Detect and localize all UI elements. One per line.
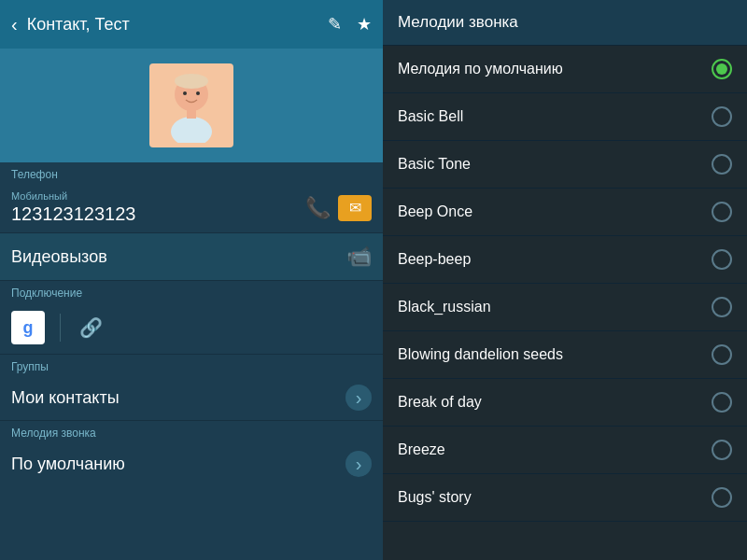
ringtone-item-name: Blowing dandelion seeds [398,346,563,363]
contact-detail-panel: ‹ Контакт, Тест ✎ ★ [0,0,383,560]
connection-row: g 🔗 [0,301,383,355]
ringtone-row[interactable]: По умолчанию › [0,441,383,486]
star-icon[interactable]: ★ [357,14,372,35]
avatar-image [154,68,229,143]
radio-button[interactable] [712,202,732,222]
radio-button[interactable] [712,59,732,79]
radio-button[interactable] [712,154,732,175]
ringtone-value: По умолчанию [11,455,125,474]
divider [60,314,61,342]
video-call-row[interactable]: Видеовызов 📹 [0,233,383,281]
groups-section-label: Группы [0,355,383,375]
groups-value: Мои контакты [11,388,120,408]
ringtone-item-name: Basic Bell [398,108,463,125]
ringtone-item-name: Beep-beep [398,251,471,268]
contact-name: Контакт, Тест [27,15,318,35]
ringtone-list-item[interactable]: Basic Tone [383,141,747,189]
ringtone-item-name: Break of day [398,394,482,411]
groups-chevron-icon: › [345,385,372,411]
radio-button[interactable] [712,487,732,508]
contact-header: ‹ Контакт, Тест ✎ ★ [0,0,383,49]
ringtone-list-item[interactable]: Break of day [383,379,747,427]
svg-point-3 [183,91,187,95]
radio-button[interactable] [712,106,732,127]
avatar-section [0,49,383,162]
ringtone-item-name: Bugs' story [398,489,472,506]
groups-row[interactable]: Мои контакты › [0,375,383,421]
ringtone-list-item[interactable]: Black_russian [383,284,747,331]
ringtone-chevron-icon: › [345,451,372,477]
ringtone-list: Мелодия по умолчаниюBasic BellBasic Tone… [383,46,747,560]
edit-icon[interactable]: ✎ [328,14,342,35]
phone-number: 123123123123 [11,203,135,225]
radio-button[interactable] [712,297,732,317]
video-call-icon: 📹 [346,245,372,269]
ringtone-picker-title: Мелодии звонка [383,0,747,46]
sms-button[interactable]: ✉ [338,195,372,221]
ringtone-list-item[interactable]: Beep-beep [383,236,747,284]
ringtone-list-item[interactable]: Breeze [383,427,747,474]
svg-point-4 [196,91,200,95]
radio-button[interactable] [712,344,732,365]
svg-point-2 [175,74,208,89]
radio-button[interactable] [712,392,732,413]
radio-button[interactable] [712,249,732,270]
ringtone-list-item[interactable]: Beep Once [383,189,747,236]
ringtone-list-item[interactable]: Bugs' story [383,474,747,522]
phone-row: Мобильный 123123123123 📞 ✉ [0,183,383,233]
connection-section-label: Подключение [0,281,383,301]
ringtone-list-item[interactable]: Blowing dandelion seeds [383,331,747,379]
link-icon: 🔗 [79,316,103,339]
phone-actions: 📞 ✉ [305,195,372,221]
phone-info: Мобильный 123123123123 [11,190,135,225]
mobile-label: Мобильный [11,190,135,202]
ringtone-list-item[interactable]: Мелодия по умолчанию [383,46,747,93]
ringtone-item-name: Black_russian [398,299,491,315]
ringtone-picker-panel: Мелодии звонка Мелодия по умолчаниюBasic… [383,0,747,560]
ringtone-item-name: Basic Tone [398,156,471,173]
ringtone-list-item[interactable]: Basic Bell [383,93,747,141]
radio-button[interactable] [712,440,732,460]
google-icon: g [11,311,45,344]
video-call-label: Видеовызов [11,247,107,267]
avatar [149,63,233,147]
ringtone-item-name: Breeze [398,441,445,458]
ringtone-item-name: Мелодия по умолчанию [398,61,563,77]
call-button[interactable]: 📞 [305,196,331,220]
radio-dot [716,63,727,75]
ringtone-item-name: Beep Once [398,203,472,220]
header-actions: ✎ ★ [328,14,372,35]
phone-section-label: Телефон [0,162,383,183]
back-button[interactable]: ‹ [11,14,18,35]
ringtone-section-label: Мелодия звонка [0,421,383,441]
svg-rect-6 [187,109,196,119]
